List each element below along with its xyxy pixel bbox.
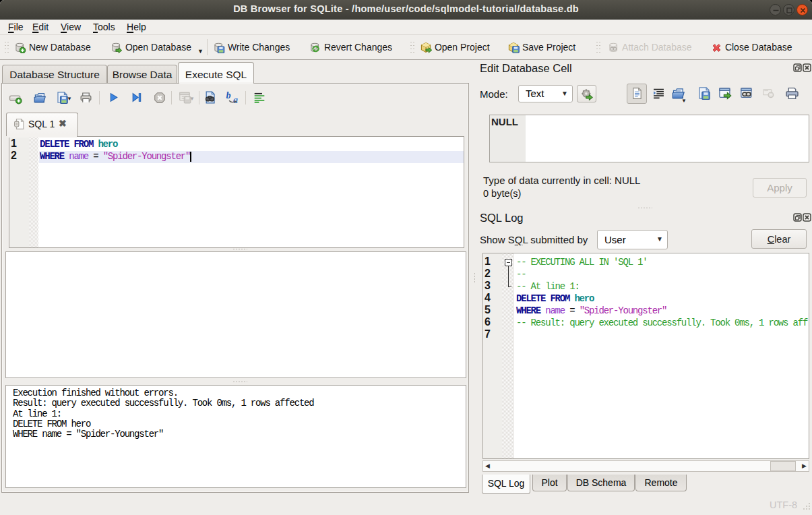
svg-text:b: b (226, 90, 230, 100)
